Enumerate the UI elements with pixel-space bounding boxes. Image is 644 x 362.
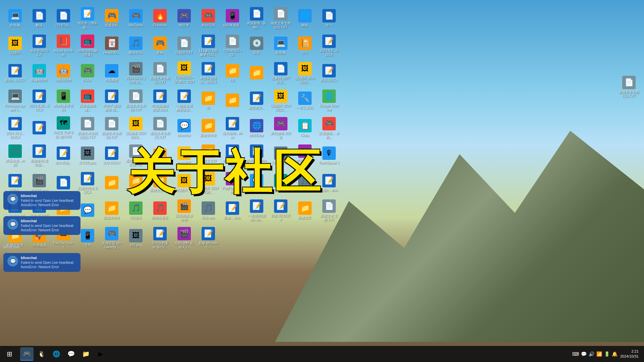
icon-label: WeGame — [129, 23, 143, 27]
start-button[interactable]: ⊞ — [3, 347, 16, 361]
network-icon[interactable]: 📶 — [596, 351, 602, 357]
desktop-icon[interactable]: 🎮雷霆战机 — [100, 5, 123, 31]
desktop-icon[interactable]: 🌐网络 — [293, 5, 317, 31]
notif-content-3: blivechat Failed to send Open Live heart… — [21, 256, 76, 269]
desktop-icon[interactable]: 🎵武乐全集...mp3 — [3, 142, 27, 169]
desktop-icon[interactable]: 📁 — [245, 60, 268, 86]
desktop-icon[interactable]: 🌐微软Edge — [245, 115, 268, 141]
icon-label: 通过文本文档(7).TXT — [150, 131, 170, 139]
desktop-icon[interactable]: 📝柔世图文... — [245, 87, 268, 114]
desktop-icon[interactable]: 📕Adobe Acrobat — [52, 33, 75, 59]
desktop-icon[interactable]: 📝文件.DOCX — [100, 142, 123, 169]
desktop-icon[interactable]: 🖼QQ图片 20240912... — [269, 87, 292, 114]
desktop-icon[interactable]: ☁今乐网盘 — [100, 60, 123, 86]
right-desktop-icon[interactable]: 📄 新建文本文档(15).TXT — [617, 74, 641, 100]
desktop-icon[interactable]: 🤖穿越AI软件 — [28, 60, 51, 86]
desktop-icon[interactable]: 📄低累我 2077合适... — [269, 60, 292, 86]
desktop-icon[interactable]: 💻Firmware updater I... — [3, 87, 27, 114]
desktop-icon[interactable]: 🎬电影(潮野 机器人)... — [172, 225, 196, 251]
taskbar-app-browser[interactable]: 🌐 — [50, 347, 63, 361]
desktop-icon[interactable]: 📄7231f7a1... — [52, 5, 75, 31]
battery-icon[interactable]: 🔋 — [604, 351, 610, 357]
taskbar-app-wechat[interactable]: 💬 — [64, 347, 78, 361]
desktop-icon[interactable]: 🎮KOOK — [76, 60, 99, 86]
desktop-icon[interactable]: 📄翻译 — [28, 5, 51, 31]
desktop-icon[interactable]: 📺百里电视联播... — [76, 87, 99, 114]
desktop-icon[interactable]: 📺哔哩哔哩理解(理道) — [76, 33, 99, 59]
desktop-icon[interactable]: 🎬2024 06 01 13:06:31... — [124, 60, 148, 86]
desktop-icon[interactable]: 💬blivechat — [172, 115, 196, 141]
desktop-icon[interactable]: 🖼QQ图片 — [3, 33, 27, 59]
desktop-icon[interactable]: 🔥Firestone — [148, 5, 172, 31]
desktop-icon[interactable]: 💻此电脑 — [3, 5, 27, 31]
desktop-icon[interactable]: 📄新建文本文档(9).TXT — [124, 87, 148, 114]
desktop-icon[interactable]: 🖼QQ图片 20240825... — [293, 60, 317, 86]
desktop-icon[interactable]: 📝音乐.DOCX — [317, 60, 341, 86]
desktop-icon[interactable]: 🎮绝区零 — [172, 5, 196, 31]
desktop-icon[interactable]: 📝米切开始话语....DOCX — [197, 60, 220, 86]
desktop-icon[interactable]: 📁 — [100, 170, 123, 196]
desktop-icon[interactable]: 📝2024 10.2... DOCX — [3, 115, 27, 141]
desktop-icon[interactable]: 🎵酷狗音乐 — [124, 33, 148, 59]
taskbar-app-steam[interactable]: 🎮 — [20, 347, 34, 361]
desktop-icon[interactable]: 💻此电脑 — [269, 33, 292, 59]
desktop-icon[interactable]: 📁新建文件夹 — [197, 115, 220, 141]
notification-bell-icon[interactable]: 🔔 — [612, 351, 618, 357]
desktop-icon[interactable]: 📝总分合档案 特{集(5}... — [148, 225, 172, 251]
desktop-icon[interactable]: 📝2024.9.8...DOCX — [317, 33, 341, 59]
desktop-icon[interactable]: 📁 — [221, 87, 244, 114]
desktop-icon[interactable]: 🖼QQ相册 20240912... — [124, 115, 148, 141]
taskbar-app-qq[interactable]: 🐧 — [35, 347, 48, 361]
desktop-icon[interactable]: 📁新建文件夹 — [100, 197, 123, 224]
desktop-icon[interactable]: 🎮原神 — [148, 33, 172, 59]
desktop-icon[interactable]: 📔日记 — [293, 33, 317, 59]
volume-icon[interactable]: 🔊 — [589, 351, 594, 357]
chat-icon[interactable]: 💬 — [581, 351, 587, 357]
desktop-icon[interactable]: 📝新建 Microsol... — [197, 225, 220, 251]
desktop-icon[interactable]: 📝杂合音乐DOCX — [28, 33, 51, 59]
desktop-icon[interactable]: 🎮杀劫无间 — [197, 5, 220, 31]
desktop-icon[interactable]: 📝新建多功 成功版... — [28, 142, 51, 169]
keyboard-icon[interactable]: ⌨ — [572, 351, 579, 357]
desktop-icon[interactable]: 📝地区学（增补版）... — [76, 5, 99, 31]
desktop-icon[interactable]: 📝一链步走用 翻新版本... — [172, 87, 196, 114]
desktop-icon[interactable]: 📄通过文本文档(7).TXT — [148, 115, 172, 141]
desktop-icon[interactable]: 🖼文字(2).png — [76, 142, 99, 169]
desktop-icon[interactable]: 🎮英雄联盟 WeGame版... — [100, 225, 123, 251]
desktop-icon[interactable]: 📝中文版成功 的版.docx — [148, 87, 172, 114]
desktop-icon[interactable]: 📄催更文本文档(10).TXT — [269, 5, 292, 31]
desktop-icon[interactable]: 🖼915.png — [124, 225, 148, 251]
desktop-icon[interactable]: 🤖火炬AI软件 — [52, 60, 75, 86]
desktop-icon[interactable]: 🎮WeGame — [124, 5, 148, 31]
desktop-icon[interactable]: 📄日剧词.TXT — [172, 33, 196, 59]
desktop-icon[interactable]: 🔧一手工具01 — [293, 87, 317, 114]
desktop-icon[interactable]: 🌐Google Chrome — [317, 87, 341, 114]
desktop-icon[interactable]: 🖼TOR45921+ QC图片 2024071... — [172, 60, 196, 86]
desktop-icon[interactable]: 📱MuMu多开管 64 — [52, 87, 75, 114]
desktop-icon[interactable]: 📄新建文本文档(5).TXT — [148, 60, 172, 86]
desktop-icon[interactable]: 📝华学产·逻辑 感选·选... — [100, 87, 123, 114]
desktop-icon[interactable]: 📁19 — [197, 87, 220, 114]
desktop-icon[interactable]: 📝新闻v...DOCX — [3, 60, 27, 86]
desktop-icon[interactable]: 📄学习 — [317, 5, 341, 31]
desktop-icon[interactable]: 📝努力开始... — [52, 142, 75, 169]
desktop-icon[interactable]: 📝当天新闻...docx — [221, 115, 244, 141]
desktop-icon[interactable]: 📝111修订·B是 藤梦×Chi... — [197, 33, 220, 59]
desktop-icon[interactable]: 🎮梦幻游戏 300款 — [269, 115, 292, 141]
desktop-icon[interactable]: 📱崩坏铁道新... — [221, 5, 244, 31]
desktop-icon[interactable]: 📄炎国新闻...新闻v... — [245, 5, 268, 31]
desktop-icon[interactable]: 📋Clopy — [293, 115, 317, 141]
desktop-icon[interactable]: 🗺PACE TOP 0版 城0.000版... — [52, 115, 75, 141]
desktop-icon[interactable]: 📄TOR45821+ (2) — [221, 33, 244, 59]
desktop-icon[interactable]: 🎮云深游戏... 杀机... — [317, 115, 341, 141]
desktop-icon[interactable]: 📄新建文本文档(3).TXT — [100, 115, 123, 141]
desktop-icon[interactable]: 📝2024.9.30...DOCX — [28, 87, 51, 114]
icon-image: 🎮 — [105, 227, 118, 240]
desktop-icon[interactable]: 📄新建文本文档(3)(2).TXT — [76, 115, 99, 141]
desktop-icon[interactable]: 📝 — [28, 115, 51, 141]
desktop-icon[interactable]: 💿安装 — [245, 33, 268, 59]
taskbar-app-explorer[interactable]: 📁 — [79, 347, 93, 361]
taskbar-app-video[interactable]: ▶ — [94, 347, 107, 361]
desktop-icon[interactable]: 🃏HearthAr... — [100, 33, 123, 59]
desktop-icon[interactable]: 📁4月 — [221, 60, 244, 86]
